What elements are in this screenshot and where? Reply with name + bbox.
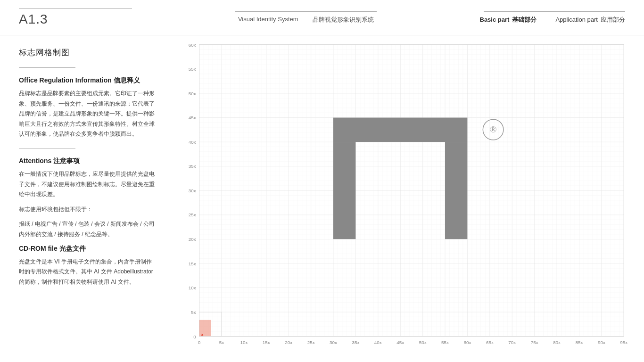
svg-text:30x: 30x bbox=[189, 188, 196, 193]
header-left: A1.3 bbox=[19, 8, 132, 27]
svg-text:50x: 50x bbox=[189, 91, 196, 96]
svg-text:10x: 10x bbox=[240, 340, 248, 345]
page-number: A1.3 bbox=[19, 12, 132, 27]
center-title-en: Visual Identity System bbox=[238, 16, 298, 24]
svg-text:15x: 15x bbox=[189, 261, 196, 266]
svg-text:0: 0 bbox=[193, 334, 196, 339]
svg-text:60x: 60x bbox=[464, 340, 471, 345]
office-body: 品牌标志是品牌要素的主要组成元素。它印证了一种形象、预先服务、一份文件、一份通讯… bbox=[19, 89, 156, 140]
svg-text:60x: 60x bbox=[189, 42, 196, 48]
svg-text:25x: 25x bbox=[307, 340, 315, 345]
center-line bbox=[235, 11, 377, 12]
svg-text:25x: 25x bbox=[189, 212, 196, 217]
attentions-body3: 报纸 / 电视广告 / 宣传 / 包装 / 会议 / 新闻发布会 / 公司内外部… bbox=[19, 219, 156, 239]
attentions-body1: 在一般情况下使用品牌标志，应尽量使用提供的光盘电子文件，不建议使用标准制图绘制标… bbox=[19, 169, 156, 200]
nav-app-en: Application part bbox=[555, 16, 598, 23]
svg-text:10x: 10x bbox=[189, 285, 196, 290]
grid-svg: 60x 55x 50x 45x 40x 35x 30x 25x 20x 15x … bbox=[179, 40, 635, 357]
svg-text:75x: 75x bbox=[531, 340, 538, 345]
divider-2 bbox=[19, 148, 75, 148]
logo-top-bar bbox=[333, 118, 467, 142]
svg-text:x: x bbox=[201, 332, 204, 337]
nav-basic-en: Basic part bbox=[480, 16, 510, 23]
svg-text:70x: 70x bbox=[508, 340, 516, 345]
nav-application[interactable]: Application part 应用部分 bbox=[555, 16, 625, 24]
svg-text:30x: 30x bbox=[330, 340, 337, 345]
svg-text:5x: 5x bbox=[191, 310, 196, 315]
svg-text:0: 0 bbox=[198, 340, 201, 345]
nav-basic-zh: 基础部分 bbox=[512, 16, 537, 24]
header-center: Visual Identity System 品牌视觉形象识别系统 bbox=[235, 11, 377, 24]
cd-section: CD-ROM file 光盘文件 光盘文件是本 VI 手册电子文件的集合，内含手… bbox=[19, 245, 156, 288]
svg-text:50x: 50x bbox=[419, 340, 427, 345]
svg-text:90x: 90x bbox=[598, 340, 605, 345]
left-panel: 标志网格制图 Office Regulation Information 信息释… bbox=[0, 35, 174, 362]
divider-1 bbox=[19, 67, 75, 68]
header-line bbox=[19, 8, 132, 9]
logo-right-leg bbox=[445, 142, 467, 239]
nav-basic[interactable]: Basic part 基础部分 bbox=[480, 16, 537, 24]
attentions-title: Attentions 注意事项 bbox=[19, 157, 156, 165]
center-text: Visual Identity System 品牌视觉形象识别系统 bbox=[238, 16, 374, 24]
svg-text:80x: 80x bbox=[553, 340, 561, 345]
header: A1.3 Visual Identity System 品牌视觉形象识别系统 B… bbox=[0, 0, 644, 35]
svg-text:®: ® bbox=[490, 124, 497, 134]
header-nav: Basic part 基础部分 Application part 应用部分 bbox=[480, 16, 626, 24]
cdrom-body: 光盘文件是本 VI 手册电子文件的集合，内含手册制作时的专用软件格式文件。其中 … bbox=[19, 257, 156, 288]
svg-text:65x: 65x bbox=[486, 340, 494, 345]
main-content: 标志网格制图 Office Regulation Information 信息释… bbox=[0, 35, 644, 362]
svg-text:5x: 5x bbox=[219, 340, 224, 345]
logo-left-leg bbox=[333, 142, 355, 239]
section-title: 标志网格制图 bbox=[19, 47, 156, 58]
svg-text:55x: 55x bbox=[189, 66, 196, 72]
svg-text:45x: 45x bbox=[396, 340, 404, 345]
cdrom-title: CD-ROM file 光盘文件 bbox=[19, 245, 156, 253]
svg-text:40x: 40x bbox=[374, 340, 382, 345]
svg-text:95x: 95x bbox=[620, 340, 627, 345]
svg-text:20x: 20x bbox=[189, 237, 196, 242]
svg-text:40x: 40x bbox=[189, 140, 196, 145]
center-title-zh: 品牌视觉形象识别系统 bbox=[313, 16, 374, 24]
attentions-body2: 标志使用环境包括但不限于： bbox=[19, 205, 156, 215]
svg-text:35x: 35x bbox=[189, 164, 196, 169]
svg-text:15x: 15x bbox=[263, 340, 270, 345]
svg-text:20x: 20x bbox=[285, 340, 292, 345]
office-title: Office Regulation Information 信息释义 bbox=[19, 76, 156, 85]
svg-text:85x: 85x bbox=[576, 340, 583, 345]
svg-text:35x: 35x bbox=[352, 340, 359, 345]
svg-text:55x: 55x bbox=[441, 340, 449, 345]
right-panel: 60x 55x 50x 45x 40x 35x 30x 25x 20x 15x … bbox=[174, 35, 644, 362]
right-line bbox=[484, 11, 625, 12]
nav-app-zh: 应用部分 bbox=[601, 16, 625, 24]
header-right-wrapper: Basic part 基础部分 Application part 应用部分 bbox=[480, 11, 626, 24]
svg-text:45x: 45x bbox=[189, 115, 196, 120]
